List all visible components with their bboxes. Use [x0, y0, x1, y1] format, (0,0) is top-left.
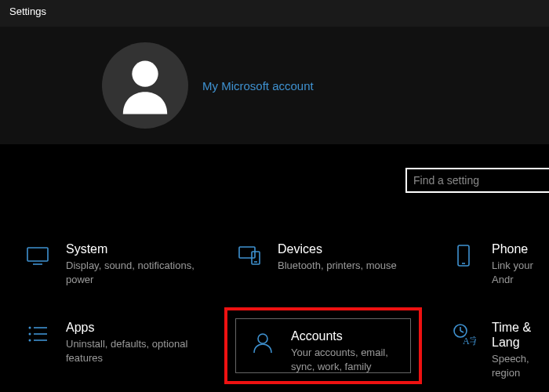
avatar [102, 42, 188, 129]
tile-accounts[interactable]: Accounts Your accounts, email, sync, wor… [235, 318, 411, 373]
apps-icon [24, 320, 52, 348]
my-microsoft-account-link[interactable]: My Microsoft account [202, 79, 314, 93]
tile-system[interactable]: System Display, sound, notifications, po… [24, 241, 207, 286]
tile-desc: Your accounts, email, sync, work, family [291, 346, 398, 373]
svg-point-12 [29, 339, 31, 342]
search-container [0, 144, 549, 193]
tile-title: Phone [492, 241, 549, 256]
time-language-icon: A字 [449, 320, 478, 348]
svg-rect-6 [458, 245, 469, 266]
devices-icon [235, 241, 264, 270]
svg-line-17 [460, 331, 464, 332]
tile-phone[interactable]: Phone Link your Andr [449, 241, 549, 286]
person-icon [113, 52, 177, 119]
account-banner: My Microsoft account [0, 27, 549, 144]
display-icon [24, 241, 52, 270]
tile-title: System [66, 241, 207, 256]
svg-point-10 [29, 333, 31, 336]
svg-point-14 [258, 334, 267, 343]
svg-point-8 [29, 327, 31, 329]
svg-rect-1 [27, 248, 48, 261]
tile-title: Accounts [291, 328, 398, 343]
tile-apps[interactable]: Apps Uninstall, defaults, optional featu… [24, 320, 207, 365]
tile-title: Devices [278, 241, 397, 256]
tile-devices[interactable]: Devices Bluetooth, printers, mouse [235, 241, 397, 273]
svg-point-0 [132, 61, 158, 87]
tile-desc: Uninstall, defaults, optional features [66, 337, 207, 365]
highlight-accounts: Accounts Your accounts, email, sync, wor… [224, 307, 422, 384]
tile-desc: Bluetooth, printers, mouse [278, 259, 397, 273]
tile-desc: Link your Andr [492, 259, 549, 286]
tile-title: Apps [66, 320, 207, 335]
tile-desc: Speech, region [492, 352, 549, 379]
tile-time-language[interactable]: A字 Time & Lang Speech, region [449, 320, 549, 379]
window-title: Settings [0, 0, 549, 27]
tile-title: Time & Lang [492, 320, 549, 350]
search-input[interactable] [405, 168, 549, 193]
svg-rect-3 [239, 247, 255, 258]
phone-icon [449, 241, 478, 270]
svg-text:A字: A字 [463, 336, 476, 347]
tile-desc: Display, sound, notifications, power [66, 259, 207, 286]
person-outline-icon [249, 328, 277, 357]
